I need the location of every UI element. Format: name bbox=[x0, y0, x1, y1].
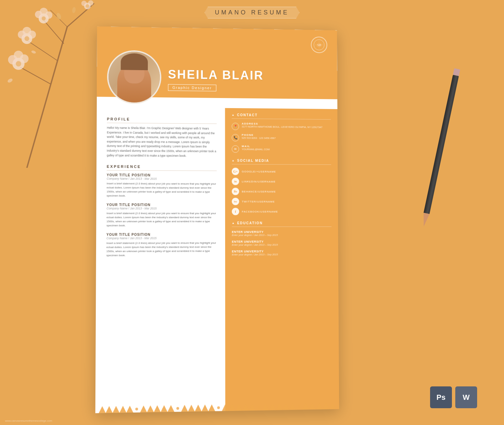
svg-marker-61 bbox=[289, 403, 296, 410]
svg-marker-59 bbox=[276, 403, 283, 410]
photoshop-badge: Ps bbox=[430, 386, 452, 408]
linkedin-label: LINKEDIN/USERNAME bbox=[242, 180, 276, 183]
contact-address: 📍 ADDRESS 3177 NORTH HAWTHOME BOUL- LEVE… bbox=[232, 122, 331, 131]
logo-icon: SB bbox=[311, 37, 327, 53]
top-banner: UMANO RESUME bbox=[204, 7, 299, 18]
edu-detail-3: Enter your degree / Jan 2013 – Sep 2015 bbox=[232, 253, 332, 256]
social-twitter: tw TWITTER/USERNAME bbox=[232, 198, 331, 205]
social-google: G+ GOOGLE/+USERNAME bbox=[232, 168, 331, 176]
svg-marker-37 bbox=[126, 406, 133, 413]
svg-point-50 bbox=[217, 406, 220, 409]
edu-uni-2: ENTER UNIVERSITY bbox=[232, 240, 332, 243]
phone-value: 925 533 8263 · 123 3456 4567 bbox=[242, 136, 276, 140]
exp-company-3: Company Name / Jan 2013 - Mar 2015 bbox=[107, 236, 217, 240]
svg-marker-36 bbox=[120, 406, 127, 413]
resume-body: PROFILE Hello! My name is Sheila Blair. … bbox=[95, 97, 339, 413]
svg-marker-60 bbox=[283, 403, 289, 410]
mail-icon: ✉ bbox=[232, 145, 239, 153]
resume-title-badge: Graphic Designer bbox=[168, 84, 216, 91]
profile-photo bbox=[109, 51, 160, 103]
education-heading: EDUCATION bbox=[232, 221, 332, 227]
contact-heading: CONTACT bbox=[232, 113, 331, 120]
svg-marker-58 bbox=[269, 404, 276, 411]
banner-title: UMANO RESUME bbox=[215, 9, 289, 16]
profile-text: Hello! My name is Sheila Blair. I'm Grap… bbox=[107, 126, 217, 158]
resume-name: SHEILA BLAIR bbox=[168, 67, 264, 83]
software-badges: Ps W bbox=[430, 386, 477, 408]
edu-detail-2: Enter your degree / Jan 2013 – Sep 2015 bbox=[232, 243, 332, 246]
svg-marker-33 bbox=[99, 406, 106, 413]
svg-marker-47 bbox=[195, 405, 202, 412]
svg-marker-63 bbox=[302, 403, 309, 410]
profile-section: PROFILE Hello! My name is Sheila Blair. … bbox=[107, 117, 217, 158]
facebook-icon: f bbox=[232, 208, 239, 215]
twitter-icon: tw bbox=[232, 198, 239, 205]
behance-icon: Be bbox=[232, 188, 239, 195]
contact-mail: ✉ MAIL YOURMAIL@MAIL.COM bbox=[232, 145, 331, 153]
banner-shape: UMANO RESUME bbox=[204, 7, 299, 18]
edu-uni-1: ENTER UNIVERSITY bbox=[232, 230, 332, 234]
social-behance: Be BEHANCE/USERNAME bbox=[232, 188, 331, 195]
edu-item-2: ENTER UNIVERSITY Enter your degree / Jan… bbox=[232, 240, 332, 246]
exp-title-3: YOUR TITLE POSITION bbox=[107, 233, 217, 237]
facebook-label: FACEBOOK/USERNAME bbox=[242, 210, 278, 213]
svg-point-44 bbox=[176, 407, 179, 410]
social-linkedin: in LINKEDIN/USERNAME bbox=[232, 178, 331, 185]
svg-marker-40 bbox=[147, 405, 154, 412]
exp-desc-3: Insert a brief statement (2-3 lines) abo… bbox=[107, 241, 217, 257]
resume-header: SB SHEILA BLAIR Graphic Designer bbox=[97, 27, 337, 99]
social-heading: SOCIAL MEDIA bbox=[232, 159, 331, 165]
behance-label: BEHANCE/USERNAME bbox=[242, 190, 276, 193]
experience-item-2: YOUR TITLE POSITION Company Name / Jan 2… bbox=[107, 203, 217, 228]
svg-marker-51 bbox=[222, 404, 228, 411]
svg-marker-53 bbox=[236, 404, 242, 411]
google-label: GOOGLE/+USERNAME bbox=[242, 170, 276, 173]
google-icon: G+ bbox=[232, 168, 239, 175]
header-name-section: SHEILA BLAIR Graphic Designer bbox=[168, 61, 264, 92]
experience-item-3: YOUR TITLE POSITION Company Name / Jan 2… bbox=[107, 233, 217, 257]
svg-marker-55 bbox=[249, 404, 256, 411]
svg-marker-39 bbox=[140, 406, 147, 413]
svg-marker-57 bbox=[262, 404, 269, 411]
edu-item-3: ENTER UNIVERSITY Enter your degree / Jan… bbox=[232, 249, 332, 256]
contact-phone: 📞 PHONE 925 533 8263 · 123 3456 4567 bbox=[232, 133, 331, 142]
svg-point-38 bbox=[135, 408, 138, 410]
exp-company-2: Company Name / Jan 2013 - Mar 2015 bbox=[107, 207, 217, 210]
svg-marker-42 bbox=[161, 405, 167, 412]
svg-marker-35 bbox=[113, 406, 120, 413]
profile-heading: PROFILE bbox=[107, 117, 217, 124]
exp-desc-1: Insert a brief statement (2-3 lines) abo… bbox=[107, 182, 217, 198]
experience-section: EXPERIENCE YOUR TITLE POSITION Company N… bbox=[107, 164, 217, 257]
svg-marker-41 bbox=[154, 405, 161, 412]
svg-marker-52 bbox=[229, 404, 236, 411]
resume-card: SB SHEILA BLAIR Graphic Designer PROFILE… bbox=[95, 27, 339, 413]
svg-marker-66 bbox=[323, 403, 329, 409]
svg-marker-65 bbox=[316, 403, 323, 409]
mail-value: YOURMAIL@MAIL.COM bbox=[242, 148, 269, 151]
phone-icon: 📞 bbox=[232, 134, 239, 141]
svg-point-56 bbox=[258, 406, 260, 408]
contact-section: CONTACT 📍 ADDRESS 3177 NORTH HAWTHOME BO… bbox=[232, 113, 331, 153]
svg-marker-43 bbox=[168, 405, 174, 412]
linkedin-icon: in bbox=[232, 178, 239, 185]
social-facebook: f FACEBOOK/USERNAME bbox=[232, 208, 332, 215]
hair-decoration bbox=[121, 53, 148, 70]
social-section: SOCIAL MEDIA G+ GOOGLE/+USERNAME in LINK… bbox=[232, 159, 332, 215]
exp-company-1: Company Name / Jan 2013 - Mar 2015 bbox=[107, 177, 216, 181]
word-badge: W bbox=[455, 386, 477, 408]
svg-marker-54 bbox=[242, 404, 249, 411]
resume-right-column: CONTACT 📍 ADDRESS 3177 NORTH HAWTHOME BO… bbox=[225, 108, 339, 411]
svg-marker-67 bbox=[329, 403, 336, 409]
profile-photo-wrapper bbox=[107, 50, 161, 104]
watermark: www.canvasresumethemescollege.com bbox=[5, 419, 52, 422]
edu-detail-1: Enter your degree / Jan 2013 – Sep 2015 bbox=[232, 234, 332, 237]
twitter-label: TWITTER/USERNAME bbox=[242, 200, 275, 203]
svg-marker-45 bbox=[181, 405, 188, 412]
location-icon: 📍 bbox=[232, 123, 239, 130]
svg-point-62 bbox=[298, 405, 300, 408]
svg-marker-48 bbox=[202, 405, 208, 412]
experience-item-1: YOUR TITLE POSITION Company Name / Jan 2… bbox=[107, 173, 217, 198]
resume-left-column: PROFILE Hello! My name is Sheila Blair. … bbox=[95, 107, 225, 413]
svg-marker-34 bbox=[106, 406, 113, 413]
svg-marker-64 bbox=[309, 403, 316, 410]
